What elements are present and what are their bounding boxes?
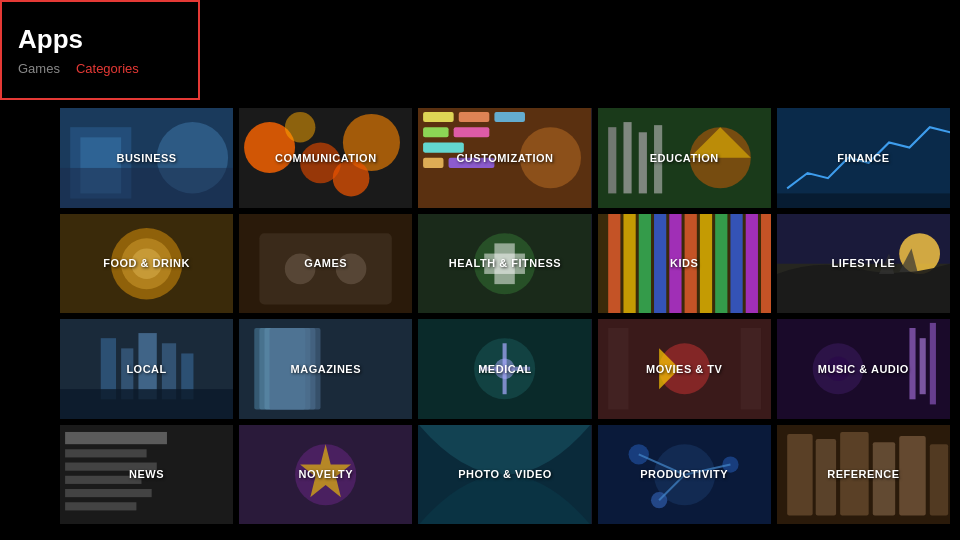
- header-nav: Games Categories: [18, 61, 182, 76]
- tile-label-medical: MEDICAL: [474, 358, 536, 380]
- category-tile-novelty[interactable]: NOVELTY: [239, 425, 412, 525]
- svg-rect-18: [423, 158, 443, 168]
- category-tile-reference[interactable]: REFERENCE: [777, 425, 950, 525]
- svg-rect-81: [930, 323, 936, 405]
- category-tile-kids[interactable]: KIDS: [598, 214, 771, 314]
- svg-rect-80: [919, 338, 925, 394]
- svg-rect-14: [495, 112, 526, 122]
- tile-label-food: FOOD & DRINK: [99, 252, 194, 274]
- tile-label-movies: MOVIES & TV: [642, 358, 726, 380]
- category-tile-health[interactable]: HEALTH & FITNESS: [418, 214, 591, 314]
- svg-rect-23: [623, 122, 631, 193]
- category-tile-finance[interactable]: FINANCE: [777, 108, 950, 208]
- svg-rect-90: [65, 489, 152, 497]
- svg-point-97: [628, 444, 648, 464]
- category-tile-education[interactable]: EDUCATION: [598, 108, 771, 208]
- svg-rect-109: [930, 444, 948, 515]
- tile-label-novelty: NOVELTY: [294, 463, 357, 485]
- svg-rect-28: [777, 193, 950, 207]
- tile-label-magazines: MAGAZINES: [287, 358, 366, 380]
- tile-label-reference: REFERENCE: [823, 463, 903, 485]
- nav-games[interactable]: Games: [18, 61, 60, 76]
- svg-rect-16: [454, 127, 490, 137]
- svg-rect-91: [65, 502, 136, 510]
- svg-rect-22: [608, 127, 616, 193]
- svg-rect-45: [638, 214, 650, 314]
- tile-label-education: EDUCATION: [646, 147, 723, 169]
- category-tile-business[interactable]: BUSINESS: [60, 108, 233, 208]
- svg-rect-86: [65, 431, 167, 443]
- category-tile-communication[interactable]: COMMUNICATION: [239, 108, 412, 208]
- category-tile-lifestyle[interactable]: LIFESTYLE: [777, 214, 950, 314]
- category-tile-news[interactable]: NEWS: [60, 425, 233, 525]
- categories-grid: BUSINESSCOMMUNICATIONCUSTOMIZATIONEDUCAT…: [60, 108, 950, 530]
- nav-categories[interactable]: Categories: [76, 61, 139, 76]
- category-tile-productivity[interactable]: PRODUCTIVITY: [598, 425, 771, 525]
- category-tile-medical[interactable]: MEDICAL: [418, 319, 591, 419]
- svg-rect-46: [654, 214, 666, 314]
- tile-label-news: NEWS: [125, 463, 168, 485]
- category-tile-food[interactable]: FOOD & DRINK: [60, 214, 233, 314]
- tile-label-health: HEALTH & FITNESS: [445, 252, 565, 274]
- category-tile-movies[interactable]: MOVIES & TV: [598, 319, 771, 419]
- tile-label-customization: CUSTOMIZATION: [452, 147, 557, 169]
- svg-rect-77: [740, 328, 760, 410]
- svg-rect-15: [423, 127, 448, 137]
- tile-label-communication: COMMUNICATION: [271, 147, 381, 169]
- svg-rect-76: [608, 328, 628, 410]
- svg-rect-51: [730, 214, 742, 314]
- category-tile-photo[interactable]: PHOTO & VIDEO: [418, 425, 591, 525]
- tile-label-games: GAMES: [300, 252, 351, 274]
- category-tile-local[interactable]: LOCAL: [60, 319, 233, 419]
- svg-point-9: [285, 112, 316, 143]
- header-container: Apps Games Categories: [0, 0, 200, 100]
- tile-label-business: BUSINESS: [112, 147, 180, 169]
- tile-label-lifestyle: LIFESTYLE: [828, 252, 900, 274]
- svg-rect-43: [608, 214, 620, 314]
- tile-label-photo: PHOTO & VIDEO: [454, 463, 556, 485]
- svg-rect-63: [60, 389, 233, 418]
- svg-rect-104: [787, 434, 812, 516]
- tile-label-kids: KIDS: [666, 252, 702, 274]
- svg-rect-4: [60, 168, 233, 208]
- category-tile-magazines[interactable]: MAGAZINES: [239, 319, 412, 419]
- app-title: Apps: [18, 24, 182, 55]
- tile-label-music: MUSIC & AUDIO: [814, 358, 913, 380]
- svg-rect-52: [745, 214, 757, 314]
- category-tile-music[interactable]: MUSIC & AUDIO: [777, 319, 950, 419]
- tile-label-finance: FINANCE: [833, 147, 893, 169]
- tile-label-local: LOCAL: [122, 358, 170, 380]
- svg-rect-53: [761, 214, 771, 314]
- svg-rect-87: [65, 449, 147, 457]
- svg-rect-13: [459, 112, 490, 122]
- svg-rect-50: [715, 214, 727, 314]
- svg-rect-12: [423, 112, 454, 122]
- svg-rect-44: [623, 214, 635, 314]
- category-tile-customization[interactable]: CUSTOMIZATION: [418, 108, 591, 208]
- category-tile-games[interactable]: GAMES: [239, 214, 412, 314]
- tile-label-productivity: PRODUCTIVITY: [636, 463, 732, 485]
